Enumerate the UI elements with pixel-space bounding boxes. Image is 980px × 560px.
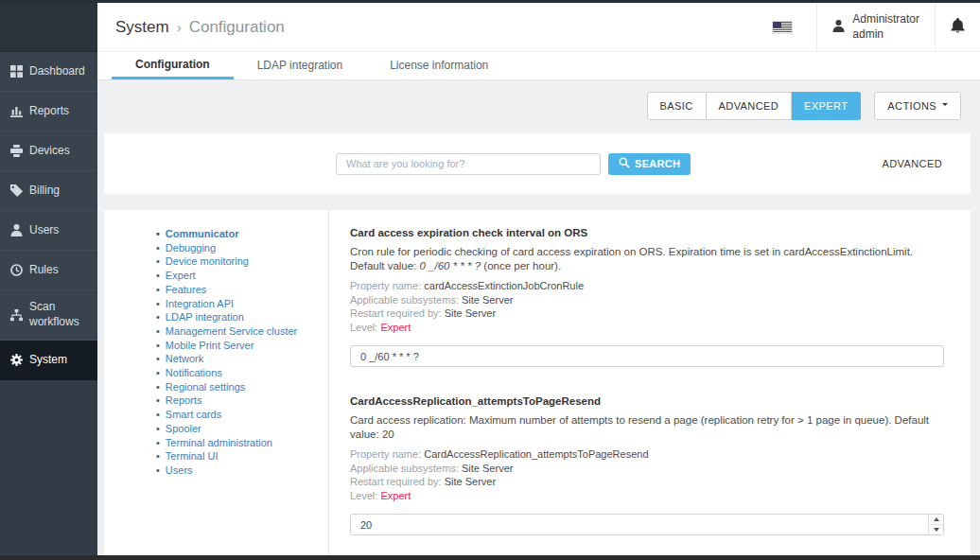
category-list: Communicator Debugging Device monitoring… (104, 210, 329, 560)
setting-description: Card access replication: Maximum number … (350, 413, 944, 441)
settings-list: Card access expiration check interval on… (329, 210, 971, 560)
property-name-value: cardAccessExtinctionJobCronRule (424, 280, 584, 291)
sidebar-item-dashboard[interactable]: Dashboard (0, 52, 97, 92)
sidebar-item-system[interactable]: System (0, 341, 97, 380)
tab-ldap-integration[interactable]: LDAP integration (234, 52, 367, 79)
setting-input-wrap (350, 514, 944, 535)
breadcrumb-section[interactable]: System (115, 18, 169, 37)
sidebar-item-label: Devices (29, 144, 70, 159)
category-link[interactable]: Communicator (156, 227, 319, 241)
sitemap-icon (9, 309, 23, 322)
category-link[interactable]: Users (156, 464, 319, 478)
window-top-edge (0, 0, 980, 3)
user-menu[interactable]: Administrator admin (816, 3, 935, 51)
level-label: Level: (350, 322, 377, 333)
search-row: SEARCH (104, 133, 971, 194)
category-link[interactable]: Device monitoring (156, 254, 319, 269)
level-button-group: BASIC ADVANCED EXPERT (647, 92, 862, 120)
category-link[interactable]: Smart cards (156, 408, 319, 422)
spinner-up-button[interactable] (929, 515, 943, 524)
actions-dropdown-button[interactable]: ACTIONS (874, 92, 961, 120)
configuration-panel: Communicator Debugging Device monitoring… (104, 210, 971, 560)
setting-input-wrap (350, 345, 944, 367)
restart-label: Restart required by: (350, 476, 442, 487)
sidebar-nav: Dashboard Reports Devices Billing Users (0, 52, 97, 380)
category-link[interactable]: Spooler (156, 422, 319, 436)
category-link[interactable]: Reports (156, 394, 319, 408)
logo-area (0, 0, 97, 52)
setting-meta: Property name: CardAccessReplication_att… (350, 447, 944, 502)
category-link[interactable]: Features (156, 283, 319, 297)
sidebar-item-label: Reports (29, 104, 69, 119)
sidebar-item-scan-workflows[interactable]: Scan workflows (0, 290, 97, 341)
property-name-label: Property name: (350, 280, 421, 291)
advanced-search-link[interactable]: ADVANCED (882, 158, 942, 169)
basic-button[interactable]: BASIC (647, 92, 707, 120)
level-toolbar: BASIC ADVANCED EXPERT ACTIONS (647, 92, 961, 120)
advanced-button[interactable]: ADVANCED (707, 92, 793, 120)
setting-item: CardAccessReplication_attemptsToPageRese… (350, 395, 944, 535)
setting-value-input[interactable] (350, 345, 944, 367)
sidebar-item-label: Rules (29, 263, 59, 278)
sidebar-item-label: System (29, 353, 67, 368)
clock-icon (9, 264, 23, 276)
subsystems-label: Applicable subsystems: (350, 294, 459, 306)
category-link[interactable]: Regional settings (156, 380, 319, 394)
dashboard-grid-icon (9, 65, 23, 78)
setting-meta: Property name: cardAccessExtinctionJobCr… (350, 279, 944, 334)
triangle-up-icon (934, 515, 939, 521)
default-value: 0 _/60 * * * ? (420, 260, 481, 271)
sidebar-item-users[interactable]: Users (0, 211, 97, 251)
subsystems-value: Site Server (462, 463, 513, 474)
spinner-down-button[interactable] (929, 524, 943, 534)
setting-value-input[interactable] (350, 514, 944, 535)
property-name-label: Property name: (350, 448, 421, 460)
category-link[interactable]: Debugging (156, 241, 319, 255)
category-link[interactable]: Terminal administration (156, 436, 319, 450)
search-input[interactable] (336, 153, 601, 175)
person-icon (9, 224, 23, 236)
sidebar-item-billing[interactable]: Billing (0, 171, 97, 211)
language-selector[interactable] (748, 3, 816, 51)
sidebar-item-devices[interactable]: Devices (0, 131, 97, 171)
user-name: Administrator admin (852, 12, 919, 42)
setting-title: Card access expiration check interval on… (350, 227, 944, 238)
window-bottom-edge (0, 555, 980, 560)
search-button[interactable]: SEARCH (608, 153, 691, 175)
subsystems-label: Applicable subsystems: (350, 463, 459, 474)
number-spinner (928, 515, 943, 534)
category-link[interactable]: Expert (156, 269, 319, 283)
restart-value: Site Server (445, 476, 496, 487)
breadcrumb-page: Configuration (189, 18, 285, 37)
sidebar-item-label: Users (29, 223, 59, 238)
category-link[interactable]: Management Service cluster (156, 324, 319, 339)
category-link[interactable]: Integration API (156, 297, 319, 311)
bar-chart-icon (9, 105, 23, 117)
level-label: Level: (350, 490, 377, 501)
gear-icon (9, 354, 23, 366)
level-value: Expert (380, 322, 411, 333)
category-link[interactable]: Network (156, 352, 319, 366)
category-link[interactable]: Mobile Print Server (156, 339, 319, 353)
triangle-down-icon (934, 528, 939, 534)
default-value-suffix: (once per hour). (483, 260, 561, 271)
category-link[interactable]: Notifications (156, 366, 319, 380)
breadcrumb-separator: › (177, 19, 182, 35)
search-icon (619, 157, 630, 170)
restart-value: Site Server (445, 307, 496, 319)
setting-title: CardAccessReplication_attemptsToPageRese… (350, 395, 944, 407)
level-value: Expert (380, 490, 411, 501)
expert-button[interactable]: EXPERT (792, 92, 861, 120)
subsystems-value: Site Server (462, 294, 513, 306)
main-area: System › Configuration Administrator adm… (97, 3, 980, 560)
tab-configuration[interactable]: Configuration (112, 52, 234, 79)
sidebar-item-label: Dashboard (29, 64, 85, 79)
sidebar-item-rules[interactable]: Rules (0, 251, 97, 290)
tab-license-information[interactable]: License information (366, 52, 512, 79)
person-icon (832, 19, 845, 36)
category-link[interactable]: LDAP integration (156, 310, 319, 324)
category-link[interactable]: Terminal UI (156, 449, 319, 464)
notifications-button[interactable] (935, 3, 980, 51)
sidebar-item-reports[interactable]: Reports (0, 92, 97, 131)
chevron-down-icon (942, 103, 948, 109)
